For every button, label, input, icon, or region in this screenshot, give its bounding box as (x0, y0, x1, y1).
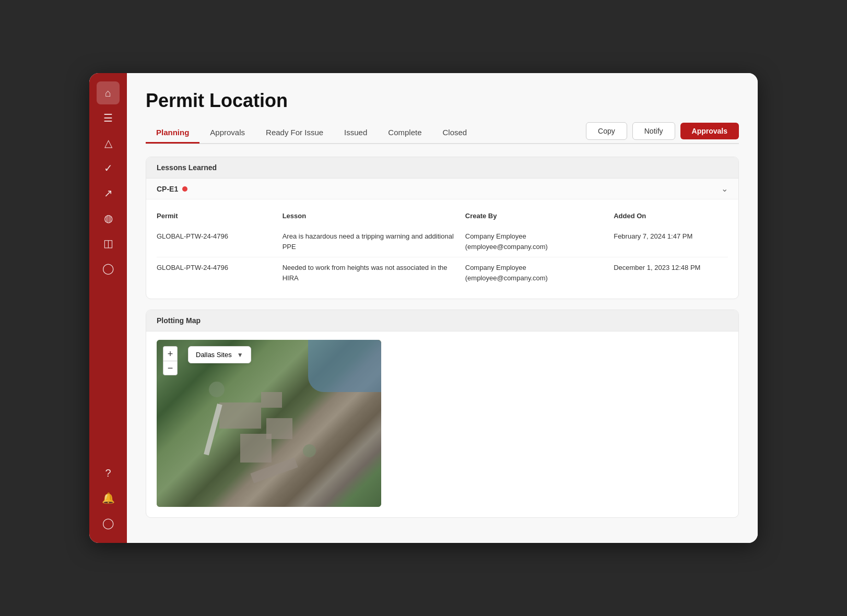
map-controls: + − (163, 346, 178, 375)
cell-permit: GLOBAL-PTW-24-4796 (157, 226, 283, 257)
page-title: Permit Location (146, 90, 739, 112)
map-building-3 (240, 434, 272, 463)
map-tower (204, 404, 222, 455)
warning-icon[interactable]: △ (97, 132, 120, 155)
approvals-button[interactable]: Approvals (680, 123, 739, 139)
check-circle-icon[interactable]: ✓ (97, 157, 120, 180)
map-dropdown-chevron-icon: ▼ (237, 351, 243, 359)
tab-complete[interactable]: Complete (378, 123, 432, 144)
lessons-learned-header: Lessons Learned (146, 157, 738, 179)
cp-e1-label: CP-E1 (157, 185, 178, 193)
help-icon[interactable]: ? (97, 461, 120, 484)
tabs-bar: Planning Approvals Ready For Issue Issue… (146, 122, 739, 144)
copy-button[interactable]: Copy (586, 122, 627, 140)
sidebar: ⌂ ☰ △ ✓ ↗ ◍ ◫ ◯ ? 🔔 ◯ (89, 73, 127, 543)
col-header-added-on: Added On (614, 208, 728, 226)
plotting-map-header: Plotting Map (146, 310, 738, 331)
tab-issued[interactable]: Issued (334, 123, 378, 144)
tab-approvals[interactable]: Approvals (199, 123, 255, 144)
plotting-map-card: Plotting Map (146, 310, 739, 518)
home-icon[interactable]: ⌂ (97, 81, 120, 104)
menu-icon[interactable]: ☰ (97, 106, 120, 129)
map-visual[interactable]: + − Dallas Sites ▼ (157, 340, 381, 507)
image-icon[interactable]: ◫ (97, 232, 120, 255)
person-icon[interactable]: ◯ (97, 257, 120, 280)
tab-planning[interactable]: Planning (146, 123, 199, 144)
cp-e1-chevron-icon: ⌄ (721, 184, 728, 194)
col-header-create-by: Create By (465, 208, 614, 226)
tabs-list: Planning Approvals Ready For Issue Issue… (146, 123, 586, 143)
cell-create-by: Company Employee (employee@company.com) (465, 257, 614, 289)
map-site-label: Dallas Sites (196, 351, 232, 359)
tabs-actions: Copy Notify Approvals (586, 122, 739, 143)
col-header-permit: Permit (157, 208, 283, 226)
cell-permit: GLOBAL-PTW-24-4796 (157, 257, 283, 289)
map-building-1 (219, 402, 261, 429)
settings-circle-icon[interactable]: ◍ (97, 207, 120, 230)
cell-added-on: February 7, 2024 1:47 PM (614, 226, 728, 257)
chart-icon[interactable]: ↗ (97, 182, 120, 205)
cp-e1-row[interactable]: CP-E1 ⌄ (146, 179, 738, 199)
map-aerial-view (157, 340, 381, 507)
profile-icon[interactable]: ◯ (97, 512, 120, 535)
col-header-lesson: Lesson (283, 208, 465, 226)
table-row: GLOBAL-PTW-24-4796Needed to work from he… (157, 257, 728, 289)
cell-create-by: Company Employee (employee@company.com) (465, 226, 614, 257)
lessons-table: Permit Lesson Create By Added On GLOBAL-… (157, 208, 728, 288)
bell-icon[interactable]: 🔔 (97, 487, 120, 510)
table-row: GLOBAL-PTW-24-4796Area is hazardous need… (157, 226, 728, 257)
lessons-learned-card: Lessons Learned CP-E1 ⌄ Permit Lesson Cr… (146, 157, 739, 299)
map-zoom-out-button[interactable]: − (163, 361, 178, 375)
map-building-4 (261, 392, 282, 408)
tab-ready-for-issue[interactable]: Ready For Issue (255, 123, 334, 144)
map-container: + − Dallas Sites ▼ (146, 331, 738, 517)
map-zoom-in-button[interactable]: + (163, 346, 178, 361)
cell-added-on: December 1, 2023 12:48 PM (614, 257, 728, 289)
cell-lesson: Area is hazardous need a tripping warnin… (283, 226, 465, 257)
map-building-6 (209, 382, 225, 397)
lessons-table-wrapper: Permit Lesson Create By Added On GLOBAL-… (146, 199, 738, 299)
cell-lesson: Needed to work from heights was not asso… (283, 257, 465, 289)
map-water (308, 340, 381, 392)
main-content: Permit Location Planning Approvals Ready… (127, 73, 758, 543)
map-site-dropdown[interactable]: Dallas Sites ▼ (188, 346, 251, 363)
tab-closed[interactable]: Closed (432, 123, 478, 144)
map-building-7 (303, 444, 316, 457)
notify-button[interactable]: Notify (632, 122, 675, 140)
cp-e1-status-dot (182, 186, 187, 192)
